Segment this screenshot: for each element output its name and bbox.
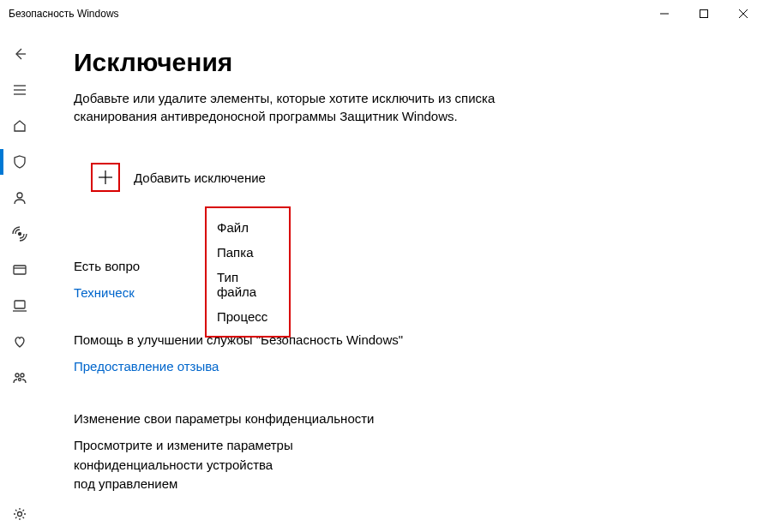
window-title: Безопасность Windows: [9, 8, 119, 20]
privacy-title: Изменение свои параметры конфиденциально…: [74, 409, 434, 427]
svg-point-8: [17, 193, 22, 198]
menu-button[interactable]: [0, 72, 39, 108]
sidebar-item-home[interactable]: [0, 108, 39, 144]
dropdown-item-filetype[interactable]: Тип файла: [217, 265, 279, 304]
sidebar-item-family[interactable]: [0, 360, 39, 396]
svg-rect-12: [15, 301, 25, 308]
dropdown-item-file[interactable]: Файл: [217, 215, 279, 240]
sidebar-item-performance[interactable]: [0, 324, 39, 360]
section-privacy: Изменение свои параметры конфиденциально…: [74, 409, 434, 494]
sidebar-item-firewall[interactable]: [0, 216, 39, 252]
dropdown-item-process[interactable]: Процесс: [217, 304, 279, 329]
sidebar-item-account[interactable]: [0, 180, 39, 216]
svg-rect-10: [14, 266, 26, 274]
svg-rect-1: [700, 10, 708, 18]
minimize-button[interactable]: [645, 0, 684, 27]
back-button[interactable]: [0, 36, 39, 72]
privacy-desc: Просмотрите и измените параметры конфиде…: [74, 436, 297, 494]
exclusion-type-dropdown: Файл Папка Тип файла Процесс: [205, 206, 291, 338]
dropdown-item-folder[interactable]: Папка: [217, 240, 279, 265]
add-exclusion-button[interactable]: Добавить исключение: [91, 163, 729, 192]
plus-icon: [91, 163, 120, 192]
sidebar-item-settings[interactable]: [0, 496, 39, 532]
svg-point-16: [19, 379, 21, 381]
sidebar-item-virus-protection[interactable]: [0, 144, 39, 180]
main-content: Исключения Добавьте или удалите элементы…: [39, 27, 763, 532]
add-exclusion-label: Добавить исключение: [134, 170, 266, 185]
svg-point-9: [19, 233, 21, 236]
sidebar-item-device-security[interactable]: [0, 288, 39, 324]
maximize-button[interactable]: [684, 0, 724, 27]
svg-point-15: [21, 374, 24, 377]
svg-point-14: [15, 374, 19, 377]
page-title: Исключения: [74, 48, 729, 77]
page-description: Добавьте или удалите элементы, которые х…: [74, 89, 520, 125]
window-controls: [645, 0, 763, 27]
sidebar: [0, 27, 39, 532]
feedback-link[interactable]: Предоставление отзыва: [74, 356, 219, 374]
close-button[interactable]: [724, 0, 763, 27]
svg-point-17: [18, 512, 22, 517]
sidebar-item-app-control[interactable]: [0, 252, 39, 288]
titlebar: Безопасность Windows: [0, 0, 763, 27]
questions-link[interactable]: Техническ: [74, 282, 135, 300]
